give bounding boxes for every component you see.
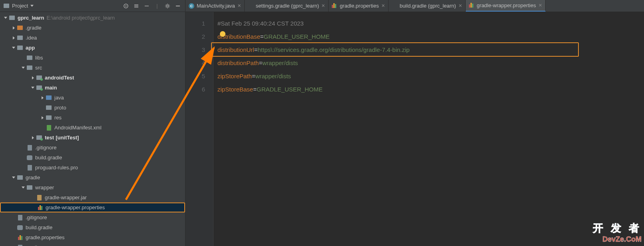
expand-all-icon[interactable]: [132, 2, 140, 10]
close-icon[interactable]: ✕: [459, 3, 462, 8]
collapse-all-icon[interactable]: [143, 2, 151, 10]
folder-icon: [17, 175, 23, 181]
folder-icon: [46, 105, 52, 111]
module-folder-icon: [17, 45, 23, 51]
close-icon[interactable]: ✕: [381, 3, 385, 8]
tab-settings-gradle[interactable]: settings.gradle (gprc_learn)✕: [245, 0, 329, 12]
jar-icon: [36, 194, 42, 201]
prop-value: GRADLE_USER_HOME: [264, 33, 330, 40]
tree-item-gradlew[interactable]: gradlew: [0, 242, 185, 246]
tree-item-proguard[interactable]: proguard-rules.pro: [0, 163, 185, 173]
code-comment: #Sat Feb 25 09:40:24 CST 2023: [217, 20, 304, 27]
project-tree[interactable]: gprc_learn E:\android protject\gprc_lear…: [0, 12, 185, 246]
project-sidebar: Project | gprc_learn E:\android protject…: [0, 0, 185, 246]
tree-item-build-gradle-root[interactable]: build.gradle: [0, 222, 185, 232]
prop-key: distributionPath: [217, 60, 259, 66]
tree-item-proto[interactable]: proto: [0, 103, 185, 113]
tree-item-libs[interactable]: libs: [0, 53, 185, 63]
chevron-right-icon[interactable]: [11, 36, 16, 40]
chevron-right-icon[interactable]: [40, 96, 45, 99]
prop-key: zipStoreBase: [217, 86, 253, 93]
src-folder-icon: [36, 85, 42, 91]
chevron-down-icon[interactable]: [21, 186, 26, 188]
sidebar-header: Project |: [0, 0, 185, 12]
tree-root[interactable]: gprc_learn E:\android protject\gprc_lear…: [0, 13, 185, 23]
tree-item-idea[interactable]: .idea: [0, 33, 185, 43]
tree-item-gradle-dir[interactable]: gradle: [0, 173, 185, 183]
tree-item-test[interactable]: test[unitTest]: [0, 133, 185, 143]
tree-item-main[interactable]: main: [0, 83, 185, 93]
prop-value: wrapper/dists: [262, 60, 298, 66]
close-icon[interactable]: ✕: [237, 3, 241, 8]
code-body[interactable]: #Sat Feb 25 09:40:24 CST 2023 distributi…: [213, 12, 644, 246]
tree-item-app[interactable]: app: [0, 43, 185, 53]
tree-item-gitignore-app[interactable]: .gitignore: [0, 143, 185, 153]
module-icon: [9, 15, 15, 21]
chevron-right-icon[interactable]: [30, 136, 35, 139]
file-icon: [26, 165, 33, 171]
close-icon[interactable]: ✕: [321, 3, 325, 8]
tree-item-manifest[interactable]: AndroidManifest.xml: [0, 123, 185, 133]
file-icon: [17, 214, 23, 221]
file-icon: [26, 145, 33, 151]
gradle-icon: [392, 3, 397, 9]
project-view-dropdown[interactable]: Project: [12, 3, 28, 9]
chevron-right-icon[interactable]: [40, 116, 45, 119]
chevron-down-icon[interactable]: [3, 17, 8, 19]
line-number: 1: [185, 17, 205, 30]
tab-wrapper-properties[interactable]: gradle-wrapper.properties✕: [466, 0, 546, 12]
svg-point-1: [126, 5, 127, 6]
gradle-icon: [248, 3, 253, 9]
tree-item-gitignore-root[interactable]: .gitignore: [0, 212, 185, 222]
editor-tabs: CMainActivity.java✕ settings.gradle (gpr…: [185, 0, 644, 12]
file-icon: [17, 244, 23, 246]
tree-item-java[interactable]: java: [0, 93, 185, 103]
line-gutter: 1 2 3 4 5 6: [185, 12, 213, 246]
tab-gradle-properties[interactable]: gradle.properties✕: [329, 0, 389, 12]
gradle-icon: [26, 155, 33, 161]
tab-mainactivity[interactable]: CMainActivity.java✕: [185, 0, 245, 12]
chevron-right-icon[interactable]: [30, 76, 35, 79]
tree-item-build-gradle-app[interactable]: build.gradle: [0, 153, 185, 163]
project-icon: [3, 3, 10, 9]
tree-item-gradle-cache[interactable]: .gradle: [0, 23, 185, 33]
tree-item-src[interactable]: src: [0, 63, 185, 73]
chevron-down-icon[interactable]: [11, 177, 16, 179]
close-icon[interactable]: ✕: [538, 3, 542, 8]
divider-icon: |: [153, 2, 161, 10]
chevron-down-icon[interactable]: [30, 5, 34, 7]
hide-icon[interactable]: [174, 2, 182, 10]
folder-icon: [17, 25, 23, 31]
line-number: 2: [185, 30, 205, 43]
chevron-down-icon[interactable]: [11, 47, 16, 49]
prop-value: wrapper/dists: [255, 73, 291, 79]
tree-item-wrapper-dir[interactable]: wrapper: [0, 183, 185, 192]
tree-item-androidtest[interactable]: androidTest: [0, 73, 185, 83]
java-class-icon: C: [189, 3, 194, 9]
chevron-right-icon[interactable]: [11, 26, 16, 30]
folder-icon: [26, 55, 33, 61]
code-area[interactable]: 1 2 3 4 5 6 #Sat Feb 25 09:40:24 CST 202…: [185, 12, 644, 246]
tab-build-gradle[interactable]: build.gradle (gprc_learn)✕: [389, 0, 466, 12]
locate-icon[interactable]: [122, 2, 130, 10]
gradle-icon: [17, 224, 23, 231]
tree-item-wrapper-jar[interactable]: gradle-wrapper.jar: [0, 192, 185, 202]
intention-bulb-icon[interactable]: [220, 31, 225, 37]
tree-item-wrapper-properties[interactable]: gradle-wrapper.properties: [0, 202, 185, 212]
pkg-folder-icon: [46, 95, 52, 101]
line-number: 4: [185, 56, 205, 69]
editor-pane: CMainActivity.java✕ settings.gradle (gpr…: [185, 0, 644, 246]
tree-item-res[interactable]: res: [0, 113, 185, 123]
tree-root-path: E:\android protject\gprc_learn: [46, 15, 115, 21]
folder-icon: [26, 184, 33, 191]
properties-icon: [469, 3, 475, 8]
folder-icon: [17, 35, 23, 41]
properties-icon: [17, 234, 23, 241]
prop-value: GRADLE_USER_HOME: [257, 86, 323, 93]
line-number: 5: [185, 69, 205, 83]
gear-icon[interactable]: [163, 2, 171, 10]
chevron-down-icon[interactable]: [30, 87, 35, 89]
tree-item-gradle-properties[interactable]: gradle.properties: [0, 232, 185, 242]
chevron-down-icon[interactable]: [21, 67, 26, 69]
tree-root-label: gprc_learn: [18, 15, 44, 21]
